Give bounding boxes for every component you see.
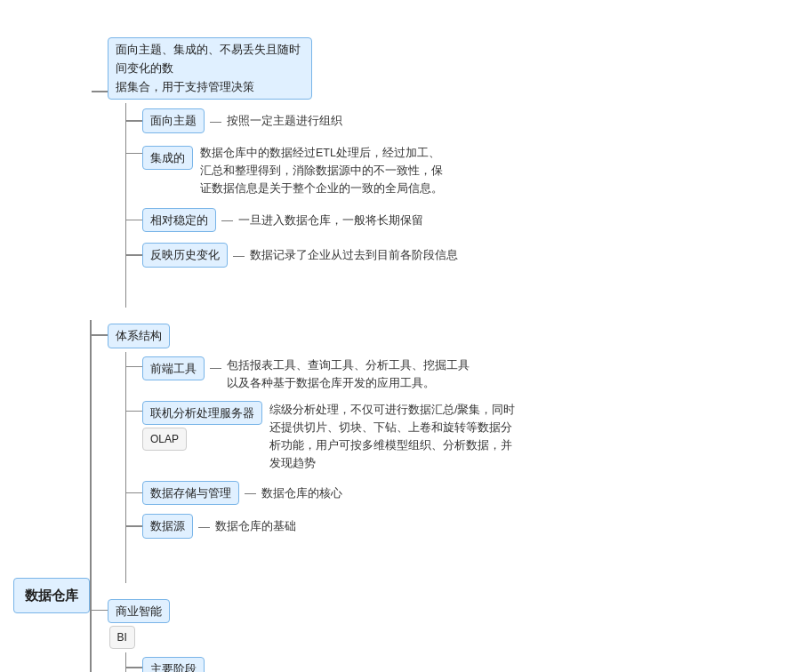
root-node: 数据仓库 (13, 578, 90, 614)
node-architecture: 体系结构 (108, 324, 170, 348)
tag-olap: OLAP (142, 428, 187, 451)
node-datasource: 数据源 (142, 514, 193, 539)
node-history: 反映历史变化 (142, 243, 228, 268)
tag-bi: BI (109, 626, 135, 649)
text-storage: 数据仓库的核心 (261, 484, 342, 502)
text-datasource: 数据仓库的基础 (215, 517, 296, 535)
text-subject: 按照一定主题进行组织 (227, 112, 342, 130)
text-frontend: 包括报表工具、查询工具、分析工具、挖掘工具以及各种基于数据仓库开发的应用工具。 (227, 356, 470, 392)
node-subject: 面向主题 (142, 108, 205, 133)
text-olap: 综级分析处理，不仅可进行数据汇总/聚集，同时还提供切片、切块、下钻、上卷和旋转等… (269, 401, 515, 472)
node-olap-server: 联机分析处理服务器 (142, 401, 262, 426)
mind-map-container: 数据仓库 面向主题、集成的、不易丢失且随时间变化的数据集合，用于支持管理决策 (0, 0, 795, 672)
node-stable: 相对稳定的 (142, 208, 216, 233)
node-storage: 数据存储与管理 (142, 481, 239, 506)
node-main-stages: 主要阶段 (142, 657, 205, 672)
text-stable: 一旦进入数据仓库，一般将长期保留 (238, 212, 423, 229)
node-bi: 商业智能 (108, 599, 170, 624)
node-frontend: 前端工具 (142, 356, 205, 381)
text-history: 数据记录了企业从过去到目前各阶段信息 (250, 246, 458, 264)
text-integrated: 数据仓库中的数据经过ETL处理后，经过加工、汇总和整理得到，消除数据源中的不一致… (200, 144, 443, 197)
definition-node: 面向主题、集成的、不易丢失且随时间变化的数据集合，用于支持管理决策 (108, 37, 312, 100)
node-integrated: 集成的 (142, 146, 193, 171)
